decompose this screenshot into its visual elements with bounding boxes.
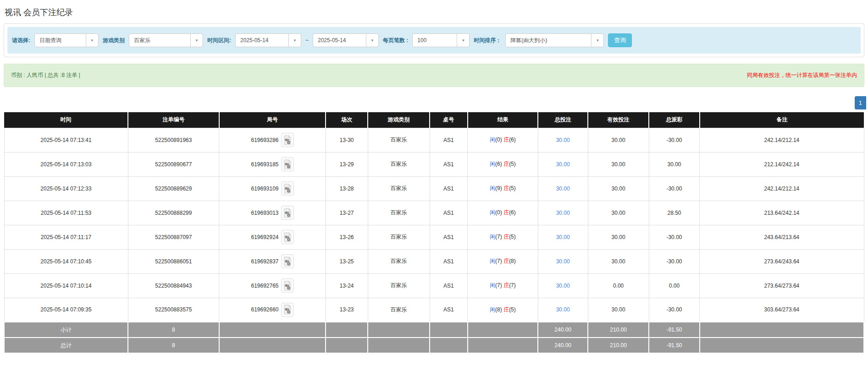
video-record-icon[interactable] xyxy=(281,230,294,244)
total-bet-link[interactable]: 30.00 xyxy=(556,258,570,265)
result-banker-score: (5) xyxy=(509,306,516,313)
video-record-icon[interactable] xyxy=(281,278,294,293)
total-row: 总计 8 240.00 210.00 -91.50 xyxy=(4,338,864,353)
betting-records-table: 时间 注单编号 局号 场次 游戏类别 桌号 结果 总投注 有效投注 总派彩 备注… xyxy=(4,112,864,354)
query-type-value: 日期查询 xyxy=(35,34,86,47)
col-header-round-id: 局号 xyxy=(219,112,326,128)
result-banker-score: (6) xyxy=(509,136,516,143)
session-cell: 13-29 xyxy=(326,152,368,176)
total-label: 总计 xyxy=(4,338,128,353)
date-to-select[interactable]: 2025-05-14 ▼ xyxy=(313,33,379,47)
payout-cell: 30.00 xyxy=(649,152,700,176)
payout-cell: 0.00 xyxy=(649,273,700,298)
result-banker-label: 庄 xyxy=(503,209,509,216)
result-banker-score: (5) xyxy=(509,185,516,191)
currency-summary-text: 币别 : 人民币 | 总共 :8 注单 | xyxy=(11,71,80,79)
subtotal-total-bet: 240.00 xyxy=(538,322,588,338)
note-cell: 242.14/212.14 xyxy=(700,128,864,152)
result-banker-label: 庄 xyxy=(503,161,509,167)
subtotal-valid-bet: 210.00 xyxy=(588,322,649,338)
game-type-cell: 百家乐 xyxy=(368,225,430,249)
valid-bet-cell: 30.00 xyxy=(588,225,649,249)
result-player-score: (7) xyxy=(495,282,502,289)
page-size-value: 100 xyxy=(413,34,457,47)
result-player-score: (0) xyxy=(495,209,502,216)
table-no-cell: AS1 xyxy=(430,152,467,176)
note-cell: 273.64/243.64 xyxy=(700,249,864,273)
bet-id-cell: 522500886051 xyxy=(128,249,219,273)
total-bet-link[interactable]: 30.00 xyxy=(556,283,570,289)
result-player-label: 闲 xyxy=(490,136,495,143)
time-cell: 2025-05-14 07:11:17 xyxy=(4,225,128,249)
page-size-select[interactable]: 100 ▼ xyxy=(412,33,470,47)
total-bet-link[interactable]: 30.00 xyxy=(556,161,570,168)
video-record-icon[interactable] xyxy=(281,181,294,196)
round-id-cell: 619692660 xyxy=(219,298,326,322)
table-no-cell: AS1 xyxy=(430,225,467,249)
bet-id-cell: 522500889629 xyxy=(128,176,219,201)
session-cell: 13-30 xyxy=(326,128,368,152)
round-id-cell: 619693286 xyxy=(219,128,326,152)
col-header-result: 结果 xyxy=(468,112,538,128)
video-record-icon[interactable] xyxy=(281,254,294,268)
round-id-value: 619693013 xyxy=(251,210,278,216)
total-bet-link[interactable]: 30.00 xyxy=(556,306,570,313)
query-type-select[interactable]: 日期查询 ▼ xyxy=(34,33,99,47)
video-record-icon[interactable] xyxy=(281,133,294,147)
total-bet-link[interactable]: 30.00 xyxy=(556,234,570,240)
total-bet-cell: 30.00 xyxy=(538,225,588,249)
result-player-score: (8) xyxy=(495,306,502,313)
game-type-select[interactable]: 百家乐 ▼ xyxy=(129,33,203,47)
table-row: 2025-05-14 07:10:45 522500886051 6196928… xyxy=(4,249,864,273)
bet-id-cell: 522500891963 xyxy=(128,128,219,152)
game-type-cell: 百家乐 xyxy=(368,249,430,273)
video-record-icon[interactable] xyxy=(281,303,294,317)
table-row: 2025-05-14 07:10:14 522500884943 6196927… xyxy=(4,273,864,298)
total-count: 8 xyxy=(128,338,219,353)
video-record-icon[interactable] xyxy=(281,157,294,171)
video-record-icon[interactable] xyxy=(281,206,294,220)
time-sort-select[interactable]: 降冪(由大到小) ▼ xyxy=(505,33,604,47)
result-player-label: 闲 xyxy=(490,161,495,167)
table-no-cell: AS1 xyxy=(430,298,467,322)
pagination: 1 xyxy=(4,96,866,109)
page-size-label: 每页笔数 : xyxy=(383,37,408,44)
note-cell: 243.64/213.64 xyxy=(700,225,864,249)
game-type-cell: 百家乐 xyxy=(368,201,430,225)
page-title: 视讯 会员下注纪录 xyxy=(5,7,864,18)
note-cell: 213.64/242.14 xyxy=(700,201,864,225)
result-cell: 闲(9) 庄(5) xyxy=(468,176,538,201)
table-row: 2025-05-14 07:11:17 522500887097 6196929… xyxy=(4,225,864,249)
result-player-label: 闲 xyxy=(490,209,495,216)
total-bet-cell: 30.00 xyxy=(538,152,588,176)
date-from-select[interactable]: 2025-05-14 ▼ xyxy=(235,33,301,47)
total-bet-cell: 30.00 xyxy=(538,298,588,322)
col-header-time: 时间 xyxy=(4,112,128,128)
valid-bet-cell: 30.00 xyxy=(588,128,649,152)
session-cell: 13-27 xyxy=(326,201,368,225)
round-id-cell: 619693013 xyxy=(219,201,326,225)
result-banker-score: (8) xyxy=(509,258,516,264)
time-cell: 2025-05-14 07:13:03 xyxy=(4,152,128,176)
result-cell: 闲(8) 庄(5) xyxy=(468,298,538,322)
total-bet-link[interactable]: 30.00 xyxy=(556,137,570,143)
table-row: 2025-05-14 07:13:03 522500890677 6196931… xyxy=(4,152,864,176)
result-cell: 闲(6) 庄(5) xyxy=(468,152,538,176)
page-1-button[interactable]: 1 xyxy=(855,96,866,109)
table-no-cell: AS1 xyxy=(430,176,467,201)
col-header-note: 备注 xyxy=(700,112,864,128)
table-row: 2025-05-14 07:13:41 522500891963 6196932… xyxy=(4,128,864,152)
valid-bet-cell: 30.00 xyxy=(588,249,649,273)
time-cell: 2025-05-14 07:10:45 xyxy=(4,249,128,273)
round-id-value: 619692924 xyxy=(251,234,278,240)
valid-bet-cell: 30.00 xyxy=(588,152,649,176)
result-banker-label: 庄 xyxy=(503,234,509,240)
total-bet-link[interactable]: 30.00 xyxy=(556,210,570,216)
subtotal-payout: -91.50 xyxy=(649,322,700,338)
payout-cell: -30.00 xyxy=(649,128,700,152)
total-bet-link[interactable]: 30.00 xyxy=(556,185,570,192)
payout-cell: -30.00 xyxy=(649,249,700,273)
total-bet-cell: 30.00 xyxy=(538,273,588,298)
search-button[interactable]: 查询 xyxy=(608,33,632,47)
result-banker-label: 庄 xyxy=(503,282,509,289)
